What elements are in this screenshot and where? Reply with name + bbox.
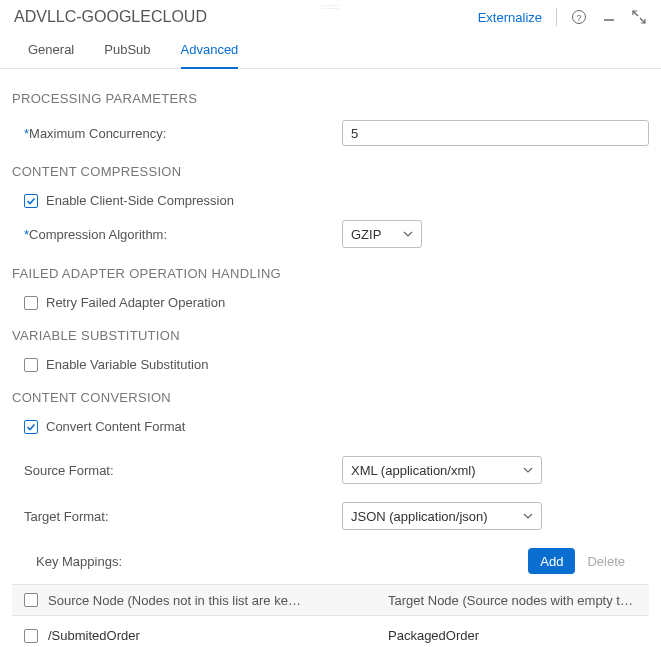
key-mappings-header: Key Mappings: Add Delete [12, 536, 649, 584]
retry-failed-checkbox[interactable] [24, 296, 38, 310]
section-varsub: VARIABLE SUBSTITUTION [12, 328, 649, 343]
row-max-concurrency: Maximum Concurrency: [12, 114, 649, 152]
table-row[interactable]: /SubmitedOrder PackagedOrder [12, 616, 649, 647]
col-source-node: Source Node (Nodes not in this list are … [48, 593, 378, 608]
compression-algo-label: Compression Algorithm: [24, 227, 334, 242]
chevron-down-icon [523, 465, 533, 475]
target-format-select[interactable]: JSON (application/json) [342, 502, 542, 530]
help-icon[interactable]: ? [571, 9, 587, 25]
convert-content-label: Convert Content Format [46, 419, 185, 434]
row-retry-failed: Retry Failed Adapter Operation [12, 289, 649, 316]
section-failed: FAILED ADAPTER OPERATION HANDLING [12, 266, 649, 281]
tab-content: PROCESSING PARAMETERS Maximum Concurrenc… [0, 69, 661, 647]
row-convert-content: Convert Content Format [12, 413, 649, 440]
header-actions: Externalize ? [478, 8, 647, 26]
compression-algo-select[interactable]: GZIP [342, 220, 422, 248]
row-source-format: Source Format: XML (application/xml) [12, 450, 649, 490]
target-format-value: JSON (application/json) [351, 509, 488, 524]
svg-text:?: ? [576, 13, 581, 23]
enable-varsub-checkbox[interactable] [24, 358, 38, 372]
cell-target: PackagedOrder [388, 628, 637, 643]
row-target-format: Target Format: JSON (application/json) [12, 496, 649, 536]
max-concurrency-label: Maximum Concurrency: [24, 126, 334, 141]
drag-handle-icon[interactable]: :::::: [321, 2, 340, 11]
tab-pubsub[interactable]: PubSub [104, 42, 150, 68]
row-compression-algo: Compression Algorithm: GZIP [12, 214, 649, 254]
row-enable-varsub: Enable Variable Substitution [12, 351, 649, 378]
tab-advanced[interactable]: Advanced [181, 42, 239, 69]
section-processing: PROCESSING PARAMETERS [12, 91, 649, 106]
section-compression: CONTENT COMPRESSION [12, 164, 649, 179]
retry-failed-label: Retry Failed Adapter Operation [46, 295, 225, 310]
source-format-select[interactable]: XML (application/xml) [342, 456, 542, 484]
row-enable-compression: Enable Client-Side Compression [12, 187, 649, 214]
key-mappings-table-header: Source Node (Nodes not in this list are … [12, 584, 649, 616]
cell-source: /SubmitedOrder [48, 628, 378, 643]
key-mappings-label: Key Mappings: [36, 554, 528, 569]
select-all-checkbox[interactable] [24, 593, 38, 607]
chevron-down-icon [403, 229, 413, 239]
externalize-link[interactable]: Externalize [478, 10, 542, 25]
window-header: :::::: ADVLLC-GOOGLECLOUD Externalize ? [0, 0, 661, 30]
convert-content-checkbox[interactable] [24, 420, 38, 434]
add-button[interactable]: Add [528, 548, 575, 574]
max-concurrency-input[interactable] [342, 120, 649, 146]
enable-compression-label: Enable Client-Side Compression [46, 193, 234, 208]
col-target-node: Target Node (Source nodes with empty t… [388, 593, 637, 608]
minimize-icon[interactable] [601, 9, 617, 25]
target-format-label: Target Format: [24, 509, 334, 524]
chevron-down-icon [523, 511, 533, 521]
divider [556, 8, 557, 26]
delete-button: Delete [575, 548, 637, 574]
enable-compression-checkbox[interactable] [24, 194, 38, 208]
enable-varsub-label: Enable Variable Substitution [46, 357, 208, 372]
row-checkbox[interactable] [24, 629, 38, 643]
expand-icon[interactable] [631, 9, 647, 25]
tab-general[interactable]: General [28, 42, 74, 68]
compression-algo-value: GZIP [351, 227, 381, 242]
tab-bar: General PubSub Advanced [0, 30, 661, 69]
source-format-label: Source Format: [24, 463, 334, 478]
page-title: ADVLLC-GOOGLECLOUD [14, 8, 478, 26]
source-format-value: XML (application/xml) [351, 463, 476, 478]
section-conversion: CONTENT CONVERSION [12, 390, 649, 405]
